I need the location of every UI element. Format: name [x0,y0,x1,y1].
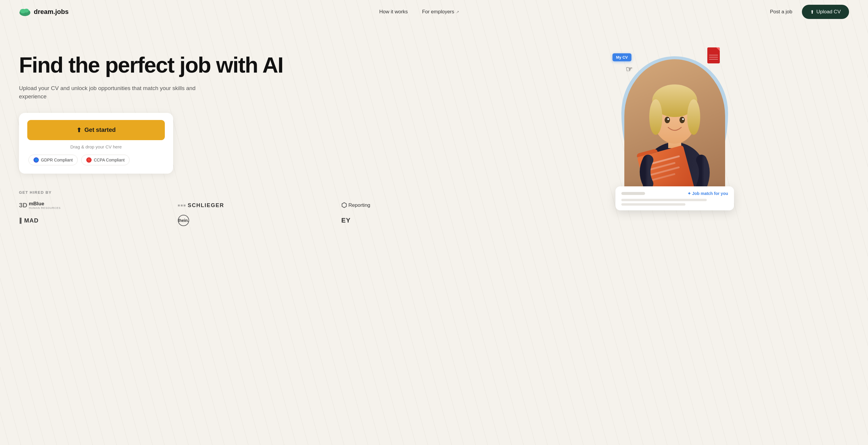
get-started-button[interactable]: ⬆ Get started [27,120,165,140]
nav-center: How it works For employers ↗ [379,9,459,15]
ccpa-badge: 🔴 CCPA Compliant [81,155,129,165]
hero-title: Find the perfect job with AI [19,53,475,77]
logo-icon [19,7,31,17]
compliance-badges: 🌐 GDPR Compliant 🔴 CCPA Compliant [27,155,165,165]
external-link-icon: ↗ [456,10,459,14]
job-match-top: ✦ Job match for you [621,191,728,196]
svg-point-9 [664,117,670,123]
gdpr-icon: 🌐 [33,157,39,163]
svg-point-12 [682,118,684,120]
upload-cv-button[interactable]: ⬆ Upload CV [802,5,849,19]
upload-arrow-icon: ⬆ [76,127,82,134]
hero-subtitle: Upload your CV and unlock job opportunit… [19,84,209,101]
svg-point-7 [649,99,662,135]
svg-point-11 [667,118,669,120]
svg-point-2 [24,9,29,12]
hero-right: My CV ☞ [500,41,849,219]
cursor-icon: ☞ [626,65,632,74]
hired-by-label: GET HIRED BY [19,190,475,195]
hero-left: Find the perfect job with AI Upload your… [19,41,475,226]
cv-doc-icon [707,47,722,65]
person-illustration [624,59,725,201]
logo-text: dream.jobs [34,8,68,16]
job-match-bar [621,192,645,195]
navbar: dream.jobs How it works For employers ↗ … [0,0,868,24]
nav-post-job[interactable]: Post a job [770,9,793,15]
company-thein: thein. [178,215,330,226]
company-schlieger: ≡≡≡ SCHLIEGER [178,202,330,209]
upload-icon: ⬆ [810,9,814,15]
company-ey: EY [341,217,475,224]
logo-link[interactable]: dream.jobs [19,7,68,17]
job-match-card: ✦ Job match for you [615,186,734,210]
nav-for-employers[interactable]: For employers ↗ [422,9,460,15]
gdpr-badge: 🌐 GDPR Compliant [28,155,78,165]
companies-grid: 3D mBlue HUMAN RESOURCES ≡≡≡ SCHLIEGER ⬡… [19,201,475,226]
hired-by-section: GET HIRED BY 3D mBlue HUMAN RESOURCES ≡≡… [19,188,475,226]
my-cv-badge: My CV [613,53,631,61]
drag-drop-text: Drag & drop your CV here [27,144,165,149]
nav-how-it-works[interactable]: How it works [379,9,408,15]
svg-point-10 [679,117,685,123]
company-mblue: 3D mBlue HUMAN RESOURCES [19,201,166,210]
hero-section: Find the perfect job with AI Upload your… [0,24,868,445]
nav-right: Post a job ⬆ Upload CV [770,5,849,19]
job-match-label: ✦ Job match for you [687,191,728,196]
company-mad: ∥ MAD [19,217,166,224]
ccpa-icon: 🔴 [86,157,92,163]
job-match-lines [621,199,728,205]
company-reporting: ⬡ Reporting [341,201,475,209]
illustration-container: My CV ☞ [610,47,740,219]
svg-point-8 [687,99,700,135]
upload-box: ⬆ Get started Drag & drop your CV here 🌐… [19,113,173,173]
